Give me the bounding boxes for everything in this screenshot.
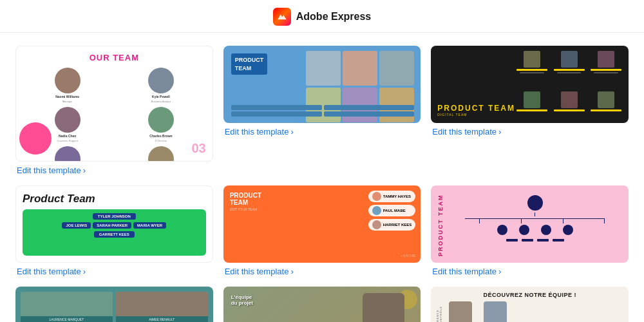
template-preview-3[interactable]: PRODUCT TEAM DIGITAL TEAM: [431, 46, 629, 123]
t3-title: PRODUCT TEAM: [437, 104, 515, 113]
t1-role-3: Customer Support: [57, 139, 77, 142]
t1-decoration-blob: [19, 122, 52, 155]
template-preview-9[interactable]: DÉCOUVREZ NOTRE ÉQUIPE ! FINANCECONTRÔLE…: [431, 287, 629, 322]
t2-row2-c1: [231, 111, 322, 117]
t4-org-chart: TYLER JOHNSON JOE LEWIS SARAH PARKER MAR…: [23, 209, 206, 256]
t3-person-2: [552, 51, 587, 73]
t9-avatar-elodie: [484, 301, 507, 322]
t4-person-joe: JOE LEWIS: [62, 222, 91, 229]
t6-center-node: [527, 195, 543, 211]
template-card-2: PRODUCTTEAM Edit this: [223, 46, 421, 175]
t5-av-3: [372, 220, 381, 229]
t3-av-4: [524, 91, 540, 108]
t5-av-2: [372, 206, 381, 215]
t3-name-4: [516, 109, 547, 111]
t3-av-5: [561, 91, 578, 108]
template-card-8: L'équipedu projet LEVEL UP: [223, 287, 421, 322]
t3-name-2: [554, 69, 585, 71]
template-preview-5[interactable]: PRODUCTTEAM EDIT YOUR TEAM TAMMY HAYES P…: [223, 185, 421, 263]
template-preview-4[interactable]: Product Team TYLER JOHNSON JOE LEWIS SAR…: [15, 185, 213, 263]
t5-bubbles: TAMMY HAYES PAUL MABE HARRIET KEES: [368, 191, 416, 231]
template-card-9: DÉCOUVREZ NOTRE ÉQUIPE ! FINANCECONTRÔLE…: [431, 287, 629, 322]
edit-link-6[interactable]: Edit this template ›: [431, 267, 629, 276]
t1-role-1: Manager: [62, 100, 73, 103]
edit-label-5: Edit this template: [225, 267, 289, 276]
t6-h-line: [465, 218, 605, 219]
t6-bar-3: [537, 239, 549, 242]
t5-bubble-2: PAUL MABE: [368, 205, 416, 216]
t3-grid: [515, 51, 623, 73]
t3-av-6: [598, 91, 614, 108]
t8-person-woman: [363, 293, 404, 322]
template-card-4: Product Team TYLER JOHNSON JOE LEWIS SAR…: [15, 185, 213, 276]
t7-p2: AIMEE RENAULT SR. MARKETING: [116, 292, 208, 322]
edit-arrow-2: ›: [290, 127, 293, 137]
edit-label-1: Edit this template: [17, 166, 81, 175]
t2-av-3: [379, 51, 414, 86]
template-preview-8[interactable]: L'équipedu projet LEVEL UP: [223, 287, 421, 322]
t9-section-finance: FINANCECONTRÔLE ANTOINE VAUCEL ÉLODIE MA…: [436, 301, 623, 322]
edit-link-3[interactable]: Edit this template ›: [431, 127, 629, 137]
edit-link-4[interactable]: Edit this template ›: [15, 267, 213, 276]
t3-person-6: [589, 91, 623, 111]
t3-person-5: [552, 91, 587, 111]
t4-row-1: TYLER JOHNSON: [93, 213, 136, 220]
t5-name-2: PAUL MABE: [383, 209, 406, 213]
t6-line-1: [535, 213, 535, 216]
t3-name-1: [516, 69, 547, 71]
t6-node-1: [497, 225, 507, 235]
t8-top-label: L'équipedu projet: [231, 294, 253, 306]
edit-label-6: Edit this template: [432, 267, 497, 276]
template-card-3: PRODUCT TEAM DIGITAL TEAM: [431, 46, 629, 175]
edit-arrow-1: ›: [83, 166, 86, 175]
t4-person-tyler: TYLER JOHNSON: [93, 213, 136, 220]
t1-name-3: Nadia Chen: [59, 134, 77, 138]
template-preview-2[interactable]: PRODUCTTEAM: [223, 46, 421, 123]
t1-name-1: Naomi Williams: [55, 95, 79, 99]
t1-title: OUR TEAM: [90, 53, 139, 62]
t1-role-2: Business Analyst: [151, 100, 171, 103]
t6-bar-4: [553, 239, 564, 242]
t6-org-chart: [448, 192, 622, 256]
t2-row1-c1: [231, 105, 322, 110]
edit-link-2[interactable]: Edit this template ›: [223, 127, 421, 137]
t7-p1: LAURENCE MARQUET VP MARKETING: [21, 292, 113, 322]
t1-avatar-5: [55, 146, 80, 162]
t9-avatar-antoine: [449, 301, 472, 322]
t2-av-2: [343, 51, 377, 86]
template-card-5: PRODUCTTEAM EDIT YOUR TEAM TAMMY HAYES P…: [223, 185, 421, 276]
t3-bottom: PRODUCT TEAM DIGITAL TEAM: [437, 104, 515, 117]
t1-person-4: Charles Brown IT Director: [116, 107, 205, 142]
t1-avatar-4: [148, 107, 174, 133]
t6-vert-2: [521, 218, 522, 223]
template-preview-1[interactable]: OUR TEAM Naomi Williams Manager Kyle Pow…: [15, 46, 213, 162]
edit-link-1[interactable]: Edit this template ›: [15, 166, 213, 175]
t7-photo-2: [116, 292, 208, 316]
t5-av-1: [372, 192, 381, 201]
t1-name-4: Charles Brown: [149, 134, 172, 138]
t1-role-4: IT Director: [155, 139, 167, 142]
t6-bar-1: [506, 239, 518, 242]
t1-people-grid: Naomi Williams Manager Kyle Powell Busin…: [23, 68, 206, 162]
t3-subtitle: DIGITAL TEAM: [437, 113, 515, 117]
t3-person-4: [515, 91, 549, 111]
t1-avatar-2: [148, 68, 174, 93]
template-preview-6[interactable]: PRODUCT TEAM: [431, 185, 629, 263]
app-logo-icon: [273, 8, 291, 26]
t6-vert-1: [479, 218, 480, 223]
t3-name-5: [554, 109, 585, 111]
t4-row-2: JOE LEWIS SARAH PARKER MARIA WYER: [62, 222, 166, 229]
edit-label-2: Edit this template: [225, 127, 289, 137]
t1-person-2: Kyle Powell Business Analyst: [116, 68, 205, 103]
t1-number: 03: [191, 141, 205, 156]
t1-name-2: Kyle Powell: [152, 95, 170, 99]
t6-node-4: [563, 225, 573, 235]
t3-av-2: [561, 51, 578, 68]
edit-link-5[interactable]: Edit this template ›: [223, 267, 421, 276]
edit-label-3: Edit this template: [432, 127, 497, 137]
t3-grid-2: [515, 91, 623, 111]
t1-avatar-3: [55, 107, 80, 133]
template-preview-7[interactable]: LAURENCE MARQUET VP MARKETING AIMEE RENA…: [15, 287, 213, 322]
t5-extra: + 6 MORE: [401, 254, 415, 258]
t3-role-1: [520, 72, 544, 73]
